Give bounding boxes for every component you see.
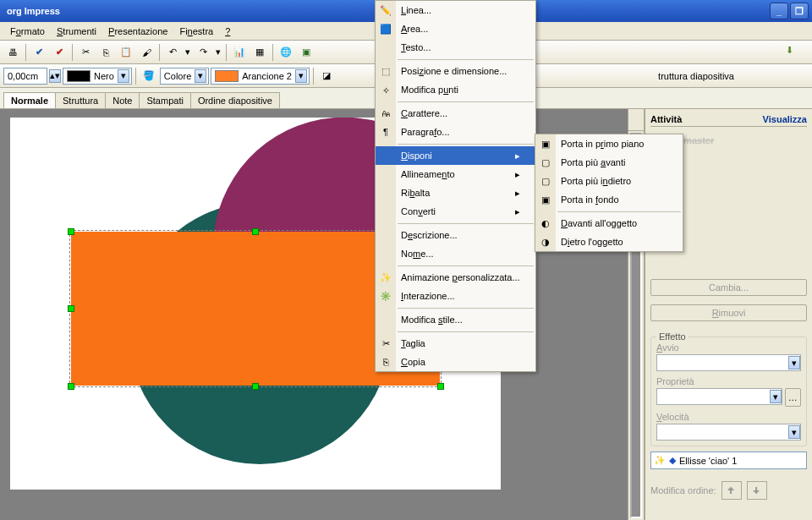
submenu-item[interactable]: ▣Porta in fondo [535, 190, 683, 209]
menu-item-icon: ⬚ [376, 62, 396, 80]
move-up-button[interactable]: 🠉 [721, 481, 742, 500]
menu-item-icon: ✨ [376, 268, 396, 287]
property-dropdown[interactable]: ▾ [656, 388, 782, 405]
effect-group-title: Effetto [656, 331, 689, 342]
modify-order-label: Modifica ordine: [650, 485, 716, 495]
line-color-label: Nero [94, 71, 114, 81]
context-menu-item[interactable]: ⬚Posizione e dimensione... [376, 62, 535, 80]
context-menu-item[interactable]: Ribalta▸ [376, 183, 535, 202]
menu-item-icon: ⎘ [376, 353, 396, 371]
redo-dropdown[interactable]: ▾ [214, 43, 222, 62]
menu-item-icon: ✳️ [376, 287, 396, 305]
window-title: org Impress [7, 6, 60, 16]
print-button[interactable]: 🖶 [3, 43, 22, 62]
context-menu-item[interactable]: ⟡Modifica punti [376, 80, 535, 99]
hyperlink-button[interactable]: 🌐 [277, 43, 295, 62]
undo-dropdown[interactable]: ▾ [184, 43, 192, 62]
resize-handle[interactable] [437, 383, 444, 390]
copy-button[interactable]: ⎘ [96, 43, 115, 62]
redo-button[interactable]: ↷ [194, 43, 212, 62]
submenu-item[interactable]: ◐Davanti all'oggetto [535, 214, 683, 233]
undo-button[interactable]: ↶ [163, 43, 182, 62]
context-menu-item[interactable]: Testo... [376, 38, 535, 57]
resize-handle[interactable] [252, 228, 259, 235]
context-menu-item[interactable]: ¶Paragrafo... [376, 123, 535, 141]
menu-item-icon [376, 310, 396, 329]
start-label: Avvio [656, 342, 801, 353]
order-row: Modifica ordine: 🠉 🠋 [650, 481, 807, 500]
autospell-button[interactable]: ✔ [50, 43, 69, 62]
menubar-item[interactable]: Presentazione [103, 25, 173, 38]
menubar-item[interactable]: Formato [5, 25, 50, 38]
resize-handle[interactable] [68, 228, 74, 235]
menu-item-icon [376, 38, 396, 57]
menubar-item[interactable]: Strumenti [52, 25, 102, 38]
context-menu-item[interactable]: ⎘Copia [376, 353, 535, 371]
slideshow-button[interactable]: ▣ [297, 43, 315, 62]
context-menu-item[interactable]: Descrizione... [376, 226, 535, 244]
minimize-button[interactable]: _ [770, 3, 788, 19]
paste-button[interactable]: 📋 [117, 43, 135, 62]
download-icon[interactable]: ⬇ [780, 41, 798, 59]
view-link[interactable]: Visualizza [763, 114, 807, 124]
fill-mode-select[interactable]: Colore ▾ [160, 68, 209, 85]
line-color-swatch [67, 70, 91, 82]
view-tab[interactable]: Ordine diapositive [190, 92, 280, 108]
width-stepper[interactable]: ▴▾ [49, 69, 61, 83]
resize-handle[interactable] [68, 305, 74, 312]
submenu-item[interactable]: ◑Dietro l'oggetto [535, 233, 683, 251]
maximize-button[interactable]: ❐ [790, 3, 809, 19]
menu-item-icon [376, 226, 396, 244]
line-width-input[interactable] [3, 68, 47, 85]
table-button[interactable]: ▦ [250, 43, 269, 62]
view-tab[interactable]: Struttura [55, 92, 106, 108]
context-menu-item[interactable]: Converti▸ [376, 202, 535, 221]
context-menu-item[interactable]: 🟦Area... [376, 19, 535, 38]
animation-list-item[interactable]: ✨ ◆ Ellisse 'ciao' 1 [650, 452, 807, 469]
context-menu: ✏️Linea...🟦Area...Testo...⬚Posizione e d… [375, 0, 536, 372]
menu-item-icon [376, 244, 396, 263]
resize-handle[interactable] [252, 383, 259, 390]
speed-dropdown[interactable]: ▾ [656, 424, 801, 441]
format-paint-button[interactable]: 🖌 [137, 43, 156, 62]
context-menu-item[interactable]: ✏️Linea... [376, 1, 535, 19]
arrange-submenu: ▣Porta in primo piano▢Porta più avanti▢P… [535, 134, 683, 252]
fill-color-label: Arancione 2 [242, 71, 292, 81]
spellcheck-button[interactable]: ✔ [30, 43, 48, 62]
context-menu-item[interactable]: Allineamento▸ [376, 165, 535, 183]
context-menu-item[interactable]: ✨Animazione personalizzata... [376, 268, 535, 287]
context-menu-item[interactable]: Disponi▸ [376, 146, 535, 165]
fill-color-select[interactable]: Arancione 2 ▾ [211, 68, 310, 85]
property-label: Proprietà [656, 376, 801, 386]
menu-item-icon: ◐ [535, 214, 556, 233]
property-extra-button[interactable]: … [785, 388, 801, 407]
start-dropdown[interactable]: ▾ [656, 354, 801, 371]
resize-handle[interactable] [68, 383, 74, 390]
line-color-select[interactable]: Nero ▾ [63, 68, 132, 85]
submenu-item[interactable]: ▢Porta più avanti [535, 153, 683, 172]
cut-button[interactable]: ✂ [76, 43, 95, 62]
context-menu-item[interactable]: Nome... [376, 244, 535, 263]
view-tab[interactable]: Normale [3, 92, 56, 108]
menu-item-icon [376, 146, 396, 165]
menu-item-icon: 🗛 [376, 104, 396, 123]
menu-item-icon: ¶ [376, 123, 396, 141]
context-menu-item[interactable]: ✂Taglia [376, 334, 535, 353]
context-menu-item[interactable]: Modifica stile... [376, 310, 535, 329]
menu-item-icon [376, 165, 396, 183]
context-menu-item[interactable]: 🗛Carattere... [376, 104, 535, 123]
view-tab[interactable]: Note [105, 92, 140, 108]
menu-item-icon: ▣ [535, 134, 556, 153]
chart-button[interactable]: 📊 [230, 43, 249, 62]
menubar-item[interactable]: ? [220, 25, 235, 38]
shadow-button[interactable]: ◪ [317, 67, 336, 85]
remove-button[interactable]: Rimuovi [650, 304, 807, 321]
change-button[interactable]: Cambia... [650, 279, 807, 296]
context-menu-item[interactable]: ✳️Interazione... [376, 287, 535, 305]
fill-bucket-icon[interactable]: 🪣 [140, 67, 158, 85]
menubar-item[interactable]: Finestra [174, 25, 218, 38]
move-down-button[interactable]: 🠋 [747, 481, 767, 500]
submenu-item[interactable]: ▢Porta più indietro [535, 172, 683, 190]
submenu-item[interactable]: ▣Porta in primo piano [535, 134, 683, 153]
view-tab[interactable]: Stampati [139, 92, 190, 108]
